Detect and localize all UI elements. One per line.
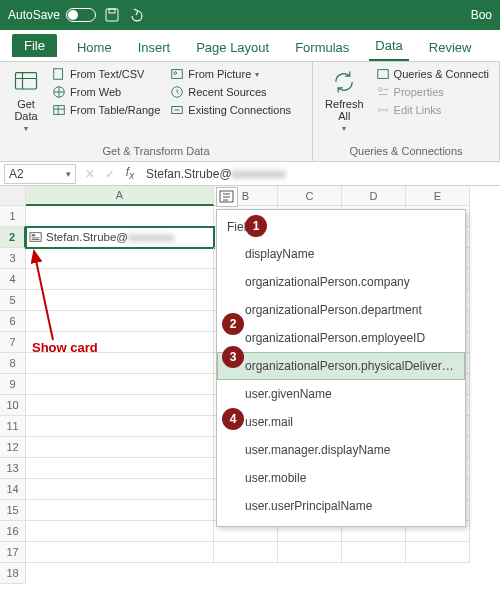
row-header[interactable]: 14 [0,479,26,500]
svg-rect-13 [32,234,35,236]
tab-page-layout[interactable]: Page Layout [190,36,275,61]
cell[interactable] [26,395,214,416]
cell[interactable] [26,353,214,374]
cancel-formula-icon: ✕ [80,167,100,181]
name-box[interactable]: A2 ▾ [4,164,76,184]
cell[interactable] [26,416,214,437]
svg-rect-2 [16,73,37,89]
cell-a2[interactable]: Stefan.Strube@xxxxxxxx [26,227,214,248]
dropdown-item[interactable]: user.givenName [217,380,465,408]
dropdown-item[interactable]: user.userPrincipalName [217,492,465,520]
row-header[interactable]: 18 [0,563,26,584]
cell[interactable] [26,521,214,542]
dropdown-item[interactable]: organizationalPerson.department [217,296,465,324]
cell[interactable] [26,479,214,500]
title-bar: AutoSave Boo [0,0,500,30]
cell[interactable] [26,437,214,458]
tab-file[interactable]: File [12,34,57,57]
undo-icon[interactable] [128,7,144,23]
dropdown-item-highlighted[interactable]: organizationalPerson.physicalDeliveryOff… [217,352,465,380]
row-header[interactable]: 7 [0,332,26,353]
col-header[interactable]: A [26,186,214,206]
row-header[interactable]: 6 [0,311,26,332]
cell[interactable] [26,374,214,395]
cell[interactable] [214,542,278,563]
tab-insert[interactable]: Insert [132,36,177,61]
cell[interactable] [26,248,214,269]
select-all-corner[interactable] [0,186,26,206]
refresh-all-button[interactable]: Refresh All ▾ [321,66,368,135]
chevron-down-icon: ▾ [66,169,71,179]
row-header[interactable]: 8 [0,353,26,374]
row-header[interactable]: 10 [0,395,26,416]
group-queries-label: Queries & Connections [321,143,491,157]
cell[interactable] [26,542,214,563]
recent-sources-button[interactable]: Recent Sources [168,84,293,100]
dropdown-item[interactable]: user.mail [217,408,465,436]
queries-connections-button[interactable]: Queries & Connecti [374,66,491,82]
row-header[interactable]: 11 [0,416,26,437]
cell[interactable] [26,332,214,353]
dropdown-item[interactable]: organizationalPerson.employeeID [217,324,465,352]
from-text-csv-button[interactable]: From Text/CSV [50,66,162,82]
insert-data-icon [219,190,235,204]
row-header[interactable]: 4 [0,269,26,290]
row-headers: 1 2 3 4 5 6 7 8 9 10 11 12 13 14 15 16 1… [0,186,26,584]
from-web-button[interactable]: From Web [50,84,162,100]
dropdown-header: Field [217,216,465,240]
row-header[interactable]: 3 [0,248,26,269]
get-data-button[interactable]: Get Data ▾ [8,66,44,135]
row-header[interactable]: 9 [0,374,26,395]
column-headers: A B C D E [26,186,470,206]
svg-rect-3 [54,69,63,80]
svg-point-7 [174,72,177,75]
dropdown-item[interactable]: user.manager.displayName [217,436,465,464]
tab-formulas[interactable]: Formulas [289,36,355,61]
row-header[interactable]: 5 [0,290,26,311]
col-header[interactable]: E [406,186,470,206]
svg-rect-1 [109,9,115,13]
formula-input[interactable]: Stefan.Strube@xxxxxxxxx [140,167,500,181]
from-picture-button[interactable]: From Picture ▾ [168,66,293,82]
row-header[interactable]: 16 [0,521,26,542]
get-data-label: Get Data [14,98,37,122]
row-header[interactable]: 13 [0,458,26,479]
col-header[interactable]: D [342,186,406,206]
dropdown-item[interactable]: user.mobile [217,464,465,492]
cell[interactable] [26,206,214,227]
autosave-toggle[interactable]: AutoSave [8,8,96,22]
row-header[interactable]: 17 [0,542,26,563]
toggle-off-icon [66,8,96,22]
cell[interactable] [26,290,214,311]
tab-review[interactable]: Review [423,36,478,61]
cell[interactable] [406,542,470,563]
svg-rect-10 [377,70,388,79]
refresh-all-label: Refresh All [325,98,364,122]
edit-links-button: Edit Links [374,102,491,118]
cell[interactable] [278,542,342,563]
dropdown-item[interactable]: organizationalPerson.company [217,268,465,296]
row-header[interactable]: 12 [0,437,26,458]
cell[interactable] [26,458,214,479]
properties-button: Properties [374,84,491,100]
col-header[interactable]: C [278,186,342,206]
cell[interactable] [26,269,214,290]
existing-connections-button[interactable]: Existing Connections [168,102,293,118]
row-header[interactable]: 15 [0,500,26,521]
cell[interactable] [26,311,214,332]
cell[interactable] [26,500,214,521]
doc-title-suffix: Boo [471,8,492,22]
insert-data-button[interactable] [216,187,238,207]
row-header[interactable]: 1 [0,206,26,227]
tab-data[interactable]: Data [369,34,408,61]
from-table-range-button[interactable]: From Table/Range [50,102,162,118]
cell[interactable] [342,542,406,563]
svg-point-11 [378,88,382,92]
field-dropdown: Field displayName organizationalPerson.c… [216,209,466,527]
ribbon: Get Data ▾ From Text/CSV From Web From T… [0,62,500,162]
dropdown-item[interactable]: displayName [217,240,465,268]
tab-home[interactable]: Home [71,36,118,61]
save-icon[interactable] [104,7,120,23]
row-header[interactable]: 2 [0,227,26,248]
fx-icon[interactable]: fx [120,165,140,181]
